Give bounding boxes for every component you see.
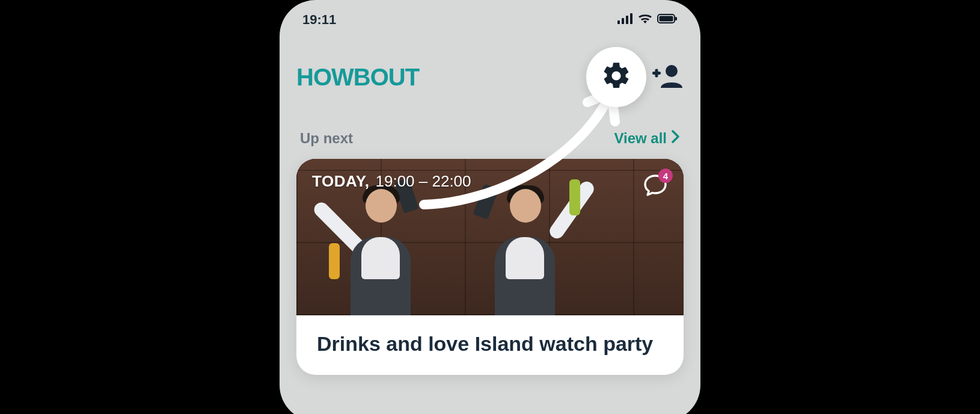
- event-card[interactable]: TODAY, 19:00 – 22:00 4 Drinks and love I…: [296, 159, 684, 375]
- event-time-range: 19:00 – 22:00: [376, 172, 471, 191]
- event-chat-button[interactable]: 4: [643, 172, 668, 197]
- battery-icon: [657, 12, 678, 28]
- event-title: Drinks and love Island watch party: [296, 315, 684, 375]
- settings-button[interactable]: [586, 47, 646, 107]
- view-all-label: View all: [614, 130, 667, 147]
- event-day: TODAY,: [312, 172, 370, 191]
- up-next-label: Up next: [300, 130, 353, 147]
- status-indicators: [617, 12, 678, 28]
- section-header: Up next View all: [280, 113, 700, 155]
- status-bar: 19:11: [280, 0, 700, 32]
- event-image: TODAY, 19:00 – 22:00 4: [296, 159, 684, 315]
- view-all-link[interactable]: View all: [614, 130, 680, 147]
- cellular-icon: [617, 12, 633, 28]
- event-time: TODAY, 19:00 – 22:00: [312, 172, 471, 191]
- svg-rect-3: [630, 13, 632, 24]
- add-person-icon: [652, 79, 684, 90]
- wifi-icon: [638, 12, 652, 28]
- svg-rect-1: [622, 18, 624, 24]
- svg-rect-2: [626, 16, 628, 24]
- svg-rect-0: [617, 20, 620, 24]
- chat-badge: 4: [658, 168, 673, 183]
- chat-icon: [643, 189, 668, 199]
- svg-rect-5: [660, 16, 673, 22]
- gear-icon: [601, 60, 632, 94]
- svg-rect-9: [655, 69, 658, 78]
- add-friend-button[interactable]: [652, 64, 684, 90]
- status-time: 19:11: [302, 12, 336, 28]
- svg-point-7: [666, 65, 678, 77]
- chevron-right-icon: [672, 130, 680, 147]
- header-actions: [586, 47, 684, 107]
- app-logo: HOWBOUT: [296, 64, 419, 91]
- svg-rect-6: [675, 17, 677, 20]
- phone-frame: 19:11: [280, 0, 700, 414]
- app-header: HOWBOUT: [280, 32, 700, 113]
